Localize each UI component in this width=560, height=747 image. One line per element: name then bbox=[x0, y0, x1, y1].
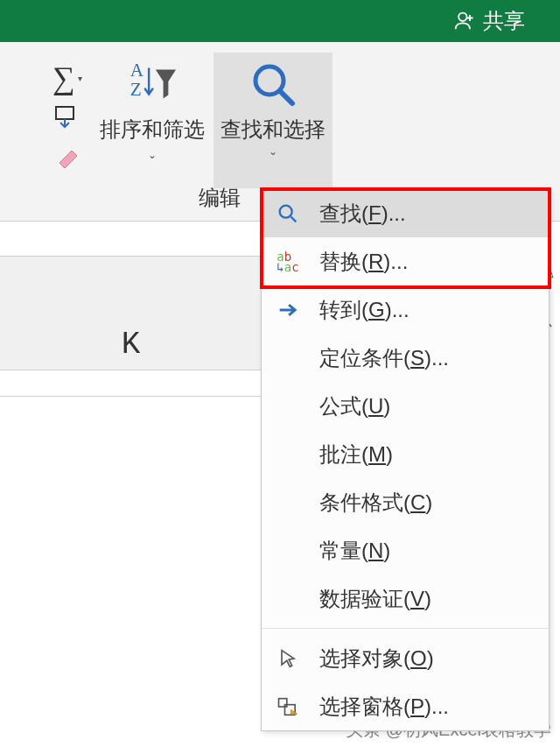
menu-goto-special[interactable]: 定位条件(S)... bbox=[262, 334, 549, 382]
menu-comments-label: 批注(M) bbox=[319, 440, 393, 469]
menu-separator bbox=[262, 628, 549, 629]
sort-filter-icon: A Z bbox=[127, 58, 178, 109]
arrow-right-icon bbox=[276, 298, 300, 322]
clear-button[interactable] bbox=[52, 142, 80, 173]
ribbon-group-label: 编辑 bbox=[0, 184, 258, 212]
menu-formulas-label: 公式(U) bbox=[319, 392, 390, 420]
title-bar: 共享 bbox=[0, 0, 560, 42]
menu-select-objects-label: 选择对象(O) bbox=[319, 645, 434, 673]
share-label: 共享 bbox=[483, 7, 525, 35]
column-header-k[interactable]: K bbox=[0, 257, 262, 370]
menu-formulas[interactable]: 公式(U) bbox=[262, 382, 549, 430]
sort-filter-label: 排序和筛选 bbox=[100, 116, 205, 144]
small-buttons-column: ∑▾ bbox=[52, 53, 82, 173]
share-icon bbox=[452, 9, 476, 33]
share-button[interactable]: 共享 bbox=[452, 7, 525, 35]
menu-constants[interactable]: 常量(N) bbox=[262, 526, 549, 574]
formula-bar[interactable] bbox=[0, 222, 262, 257]
menu-cond-format[interactable]: 条件格式(C) bbox=[262, 478, 549, 526]
fill-down-icon bbox=[52, 103, 80, 131]
svg-point-0 bbox=[458, 13, 466, 21]
autosum-button[interactable]: ∑▾ bbox=[52, 60, 82, 96]
menu-selection-pane-label: 选择窗格(P)... bbox=[319, 693, 449, 721]
cursor-icon bbox=[276, 646, 300, 671]
svg-rect-6 bbox=[279, 698, 287, 706]
chevron-down-icon: ⌄ bbox=[269, 145, 277, 158]
worksheet-area: K bbox=[0, 222, 262, 397]
sigma-icon: ∑ bbox=[52, 60, 75, 96]
menu-goto-label: 转到(G)... bbox=[319, 296, 410, 324]
find-select-button[interactable]: 查找和选择 ⌄ bbox=[214, 53, 332, 188]
menu-replace-label: 替换(R)... bbox=[319, 248, 408, 276]
menu-data-validation[interactable]: 数据验证(V) bbox=[262, 574, 549, 623]
svg-point-5 bbox=[280, 205, 292, 217]
menu-goto[interactable]: 转到(G)... bbox=[262, 285, 549, 334]
find-select-label: 查找和选择 bbox=[220, 116, 326, 144]
menu-find[interactable]: 查找(F)... bbox=[262, 189, 549, 237]
menu-find-label: 查找(F)... bbox=[319, 200, 406, 228]
svg-text:Z: Z bbox=[130, 79, 142, 100]
menu-goto-special-label: 定位条件(S)... bbox=[319, 344, 449, 372]
selection-pane-icon bbox=[276, 694, 300, 719]
menu-constants-label: 常量(N) bbox=[319, 537, 390, 565]
cell[interactable] bbox=[0, 370, 262, 397]
replace-icon: ab↳ac bbox=[276, 251, 298, 272]
menu-datavalid-label: 数据验证(V) bbox=[319, 585, 431, 613]
sort-filter-button[interactable]: A Z 排序和筛选 ⌄ bbox=[100, 53, 205, 161]
menu-select-objects[interactable]: 选择对象(O) bbox=[262, 634, 549, 682]
menu-selection-pane[interactable]: 选择窗格(P)... bbox=[262, 682, 549, 730]
magnifier-icon bbox=[247, 58, 299, 110]
magnifier-icon bbox=[276, 201, 300, 226]
chevron-down-icon: ⌄ bbox=[148, 149, 157, 161]
eraser-icon bbox=[52, 142, 80, 170]
svg-rect-1 bbox=[56, 107, 74, 119]
find-select-menu: 查找(F)... ab↳ac 替换(R)... 转到(G)... 定位条件(S)… bbox=[261, 188, 550, 731]
fill-button[interactable] bbox=[52, 103, 80, 135]
menu-comments[interactable]: 批注(M) bbox=[262, 430, 549, 478]
menu-replace[interactable]: ab↳ac 替换(R)... bbox=[262, 237, 549, 285]
menu-cond-format-label: 条件格式(C) bbox=[319, 489, 432, 517]
